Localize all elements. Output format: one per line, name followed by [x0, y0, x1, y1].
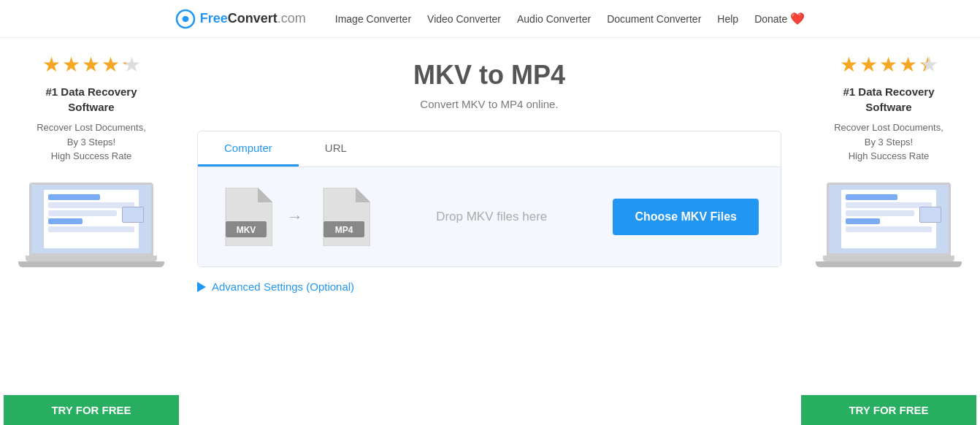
right-star-4: ★: [899, 53, 917, 77]
left-ad-try-button[interactable]: TRY FOR FREE: [4, 395, 179, 425]
right-star-half-bg: ★: [920, 53, 938, 77]
left-ad-banner: ★ ★ ★ ★ ★ ★ #1 Data RecoverySoftware Rec…: [0, 38, 183, 425]
nav-document-converter[interactable]: Document Converter: [607, 13, 701, 25]
star-3: ★: [82, 53, 100, 77]
nav-help[interactable]: Help: [717, 13, 738, 25]
converter-tabs: Computer URL: [198, 131, 781, 167]
drop-files-text: Drop MKV files here: [385, 210, 598, 224]
main-nav: Image Converter Video Converter Audio Co…: [335, 12, 805, 26]
tab-computer[interactable]: Computer: [198, 131, 299, 166]
logo-free: Free: [200, 11, 228, 26]
heart-icon: ❤️: [790, 12, 805, 26]
right-star-1: ★: [840, 53, 858, 77]
left-ad-stars: ★ ★ ★ ★ ★ ★: [42, 53, 141, 77]
advanced-settings-label: Advanced Settings (Optional): [212, 280, 354, 293]
header: FreeConvert.com Image Converter Video Co…: [0, 0, 980, 38]
page-title: MKV to MP4: [413, 60, 565, 91]
mp4-file-icon: MP4: [318, 188, 370, 246]
logo-domain: .com: [277, 11, 306, 26]
mkv-file-icon: MKV: [220, 188, 272, 246]
nav-audio-converter[interactable]: Audio Converter: [517, 13, 591, 25]
svg-text:MKV: MKV: [237, 225, 256, 235]
left-ad-title: #1 Data RecoverySoftware: [45, 84, 137, 115]
choose-files-button[interactable]: Choose MKV Files: [613, 199, 759, 235]
right-ad-banner: ★ ★ ★ ★ ★ ★ #1 Data RecoverySoftware Rec…: [797, 38, 980, 425]
triangle-icon: [197, 282, 206, 292]
svg-text:MP4: MP4: [335, 225, 353, 235]
advanced-settings-toggle[interactable]: Advanced Settings (Optional): [190, 280, 354, 293]
nav-video-converter[interactable]: Video Converter: [427, 13, 501, 25]
left-ad-subtitle: Recover Lost Documents,By 3 Steps!High S…: [37, 120, 146, 164]
logo-convert: Convert: [228, 11, 277, 26]
right-ad-title: #1 Data RecoverySoftware: [843, 84, 934, 115]
tab-url[interactable]: URL: [299, 131, 373, 166]
svg-point-1: [183, 16, 188, 22]
format-arrow-icon: →: [287, 207, 303, 226]
right-star-2: ★: [860, 53, 878, 77]
nav-donate[interactable]: Donate ❤️: [754, 12, 805, 26]
center-content: MKV to MP4 Convert MKV to MP4 online. Co…: [190, 38, 789, 293]
star-2: ★: [62, 53, 80, 77]
file-icons: MKV → MP4: [220, 188, 370, 246]
right-ad-try-button[interactable]: TRY FOR FREE: [801, 395, 976, 425]
logo[interactable]: FreeConvert.com: [175, 9, 306, 29]
right-ad-stars: ★ ★ ★ ★ ★ ★: [840, 53, 938, 77]
right-ad-laptop: [816, 183, 962, 277]
converter-box: Computer URL MKV →: [197, 131, 781, 267]
main-wrapper: ★ ★ ★ ★ ★ ★ #1 Data RecoverySoftware Rec…: [0, 38, 980, 425]
star-1: ★: [42, 53, 61, 77]
right-star-3: ★: [879, 53, 897, 77]
right-ad-subtitle: Recover Lost Documents,By 3 Steps!High S…: [834, 120, 943, 164]
page-subtitle: Convert MKV to MP4 online.: [420, 98, 558, 110]
left-ad-laptop: [18, 183, 164, 277]
logo-icon: [175, 9, 196, 29]
nav-image-converter[interactable]: Image Converter: [335, 13, 411, 25]
drop-area[interactable]: MKV → MP4 Drop MKV files here: [198, 167, 781, 267]
star-4: ★: [102, 53, 120, 77]
